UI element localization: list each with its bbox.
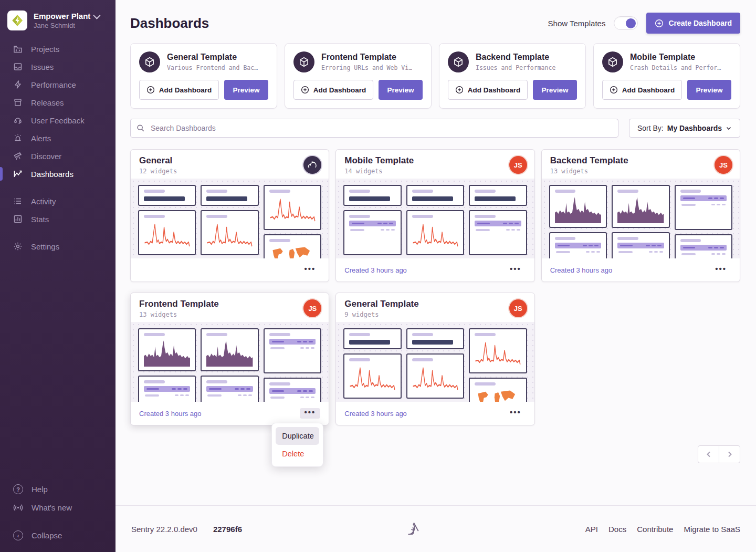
- chevron-down-icon: [726, 125, 732, 131]
- card-menu-button[interactable]: •••: [300, 265, 321, 275]
- card-menu-button[interactable]: •••: [505, 265, 526, 275]
- card-menu-button[interactable]: •••: [710, 265, 731, 275]
- dashboard-card-general[interactable]: General 12 widgets •••: [130, 149, 329, 282]
- template-description: Issues and Performance: [476, 64, 555, 71]
- dashboard-title[interactable]: Backend Template: [550, 155, 731, 166]
- menu-item-delete[interactable]: Delete: [276, 445, 319, 463]
- dashboard-card-frontend-template[interactable]: Frontend Template 13 widgets JS Created …: [130, 293, 329, 425]
- dashboard-card-general-template[interactable]: General Template 9 widgets JS Created 3 …: [335, 293, 534, 425]
- sidebar-item-label: Releases: [31, 98, 64, 107]
- user-feedback-icon: [13, 116, 23, 125]
- dashboard-title[interactable]: General: [139, 155, 320, 166]
- show-templates-toggle[interactable]: [614, 16, 638, 30]
- mini-widget-table: [675, 234, 732, 258]
- preview-column: [264, 328, 321, 395]
- menu-item-duplicate[interactable]: Duplicate: [276, 427, 319, 445]
- plus-circle-icon: [610, 86, 618, 94]
- sidebar-item-discover[interactable]: Discover: [0, 147, 116, 165]
- card-menu-button[interactable]: •••: [505, 408, 526, 419]
- add-dashboard-label: Add Dashboard: [622, 86, 675, 94]
- preview-button[interactable]: Preview: [533, 80, 577, 100]
- dashboard-widget-count: 13 widgets: [550, 168, 731, 175]
- create-dashboard-button[interactable]: Create Dashboard: [646, 13, 740, 34]
- template-row: General Template Various Frontend and Ba…: [130, 43, 740, 109]
- sidebar-bottom: ? Help What's new ‹ Collapse: [0, 480, 116, 545]
- sidebar-item-issues[interactable]: Issues: [0, 58, 116, 76]
- releases-icon: [13, 98, 23, 107]
- sort-dropdown[interactable]: Sort By: My Dashboards: [629, 119, 740, 138]
- add-dashboard-label: Add Dashboard: [313, 86, 366, 94]
- preview-column: [406, 328, 464, 395]
- sidebar-item-projects[interactable]: Projects: [0, 40, 116, 58]
- sidebar-item-stats[interactable]: Stats: [0, 210, 116, 228]
- sidebar-item-label: Alerts: [31, 134, 51, 143]
- cube-icon: [448, 51, 469, 72]
- add-dashboard-label: Add Dashboard: [159, 86, 212, 94]
- card-menu-button[interactable]: •••: [300, 408, 321, 419]
- sidebar-item-whats-new[interactable]: What's new: [0, 498, 116, 517]
- preview-column: [469, 185, 527, 252]
- mini-widget-bignum: [406, 328, 464, 349]
- dashboard-preview[interactable]: [131, 322, 329, 402]
- mini-widget-table: [469, 210, 527, 255]
- mini-widget-area: [201, 328, 258, 371]
- add-dashboard-button[interactable]: Add Dashboard: [448, 80, 528, 100]
- search-input[interactable]: [130, 119, 618, 138]
- template-title: General Template: [167, 53, 260, 62]
- sidebar-item-help[interactable]: ? Help: [0, 480, 116, 498]
- add-dashboard-button[interactable]: Add Dashboard: [139, 80, 219, 100]
- pagination-prev-button[interactable]: [698, 445, 719, 463]
- pagination-next-button[interactable]: [719, 445, 740, 463]
- sidebar-item-dashboards[interactable]: Dashboards: [0, 165, 116, 183]
- dashboard-grid: General 12 widgets ••• Mobile Template 1…: [130, 149, 740, 425]
- template-card-backend: Backend Template Issues and Performance …: [439, 43, 586, 109]
- preview-column: [469, 328, 527, 395]
- sidebar-item-releases[interactable]: Releases: [0, 93, 116, 111]
- chevron-left-icon: [705, 451, 712, 458]
- preview-button[interactable]: Preview: [224, 80, 268, 100]
- footer-link-api[interactable]: API: [585, 525, 598, 534]
- mini-widget-line: [469, 328, 527, 373]
- sidebar-item-settings[interactable]: Settings: [0, 237, 116, 255]
- footer-link-contribute[interactable]: Contribute: [637, 525, 673, 534]
- dashboard-preview[interactable]: [336, 322, 534, 402]
- sidebar-item-activity[interactable]: Activity: [0, 192, 116, 210]
- dashboard-title[interactable]: Frontend Template: [139, 299, 320, 309]
- sidebar-item-user-feedback[interactable]: User Feedback: [0, 111, 116, 129]
- dashboard-title[interactable]: Mobile Template: [344, 155, 526, 166]
- preview-button[interactable]: Preview: [687, 80, 731, 100]
- dashboard-card-mobile-template[interactable]: Mobile Template 14 widgets JS Created 3 …: [335, 149, 534, 282]
- dashboard-card-backend-template[interactable]: Backend Template 13 widgets JS Created 3…: [541, 149, 740, 282]
- add-dashboard-button[interactable]: Add Dashboard: [602, 80, 682, 100]
- org-logo: [7, 11, 27, 30]
- mini-widget-table: [549, 232, 607, 258]
- mini-widget-line: [406, 353, 464, 399]
- template-card-general: General Template Various Frontend and Ba…: [130, 43, 277, 109]
- user-avatar: JS: [715, 156, 732, 174]
- settings-icon: [13, 242, 23, 251]
- dashboard-widget-count: 9 widgets: [344, 311, 526, 318]
- search-icon: [136, 124, 145, 132]
- mini-widget-line: [264, 185, 321, 230]
- org-switcher[interactable]: Empower Plant Jane Schmidt: [0, 7, 116, 40]
- dashboard-title[interactable]: General Template: [344, 299, 526, 309]
- add-dashboard-button[interactable]: Add Dashboard: [293, 80, 373, 100]
- dashboard-preview[interactable]: [131, 179, 329, 258]
- performance-icon: [13, 80, 23, 89]
- mini-widget-map: [264, 234, 321, 258]
- preview-column: [343, 185, 401, 252]
- sidebar-item-performance[interactable]: Performance: [0, 76, 116, 93]
- stats-icon: [13, 214, 23, 224]
- sidebar-collapse-button[interactable]: ‹ Collapse: [0, 526, 116, 545]
- created-label: Created 3 hours ago: [550, 266, 613, 274]
- footer-link-docs[interactable]: Docs: [608, 525, 626, 534]
- preview-column: [201, 185, 258, 252]
- sidebar-item-label: Performance: [31, 80, 76, 89]
- dashboard-preview[interactable]: [542, 179, 740, 258]
- sidebar-item-alerts[interactable]: Alerts: [0, 129, 116, 147]
- footer-link-migrate[interactable]: Migrate to SaaS: [684, 525, 740, 534]
- dashboard-preview[interactable]: [336, 179, 534, 258]
- mini-widget-line: [201, 210, 258, 255]
- preview-button[interactable]: Preview: [379, 80, 423, 100]
- plus-circle-icon: [655, 19, 664, 28]
